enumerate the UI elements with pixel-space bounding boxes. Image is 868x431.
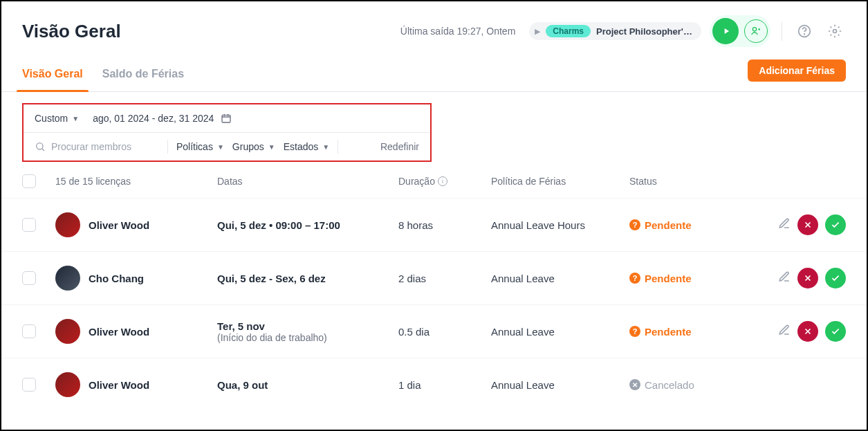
select-all-checkbox[interactable] — [22, 174, 36, 188]
status-pending-icon: ? — [629, 273, 640, 284]
status-pending-icon: ? — [629, 219, 640, 230]
avatar — [55, 266, 80, 291]
th-policy: Política de Férias — [491, 176, 629, 187]
last-exit-text: Última saída 19:27, Ontem — [400, 26, 516, 37]
charm-badge: Charms — [546, 25, 591, 37]
cell-policy: Annual Leave — [491, 326, 629, 338]
cell-duration: 2 dias — [398, 273, 491, 284]
row-checkbox[interactable] — [22, 271, 36, 285]
edit-button[interactable] — [778, 270, 791, 286]
th-duration: Duração — [398, 176, 435, 187]
divider — [167, 140, 168, 154]
states-label: Estados — [284, 141, 319, 152]
cell-dates: Ter, 5 nov(Início do dia de trabalho) — [217, 320, 398, 343]
reject-button[interactable] — [797, 214, 818, 235]
date-sub: (Início do dia de trabalho) — [217, 332, 398, 343]
policies-dropdown[interactable]: Políticas ▼ — [176, 141, 224, 152]
cell-status: ?Pendente — [629, 273, 740, 284]
status-text: Pendente — [645, 326, 692, 338]
cell-policy: Annual Leave — [491, 273, 629, 284]
period-dropdown[interactable]: Custom ▼ — [35, 113, 79, 124]
member-name: Oliver Wood — [89, 326, 149, 338]
avatar — [55, 212, 80, 237]
tab-balance[interactable]: Saldo de Férias — [102, 57, 184, 91]
page-title: Visão Geral — [22, 21, 121, 42]
approve-button[interactable] — [825, 214, 846, 235]
filter-panel: Custom ▼ ago, 01 2024 - dez, 31 2024 Pol… — [22, 103, 432, 162]
cell-status: ?Pendente — [629, 219, 740, 231]
reset-button[interactable]: Redefinir — [380, 141, 419, 152]
member-name: Oliver Wood — [89, 219, 149, 231]
groups-label: Grupos — [232, 141, 264, 152]
svg-point-5 — [37, 143, 43, 149]
table-row: Cho ChangQui, 5 dez - Sex, 6 dez2 diasAn… — [1, 251, 867, 304]
svg-rect-4 — [222, 115, 230, 122]
reject-button[interactable] — [797, 321, 818, 342]
play-button[interactable] — [712, 18, 739, 44]
chevron-down-icon: ▼ — [268, 143, 275, 151]
user-add-button[interactable] — [744, 19, 768, 43]
table-row: Oliver WoodTer, 5 nov(Início do dia de t… — [1, 304, 867, 358]
groups-dropdown[interactable]: Grupos ▼ — [232, 141, 275, 152]
cell-duration: 0.5 dia — [398, 326, 491, 338]
reject-button[interactable] — [797, 268, 818, 288]
edit-button[interactable] — [778, 217, 791, 232]
svg-point-2 — [804, 34, 805, 35]
project-name: Project Philosopher's St... — [596, 26, 693, 37]
date-range-text: ago, 01 2024 - dez, 31 2024 — [93, 113, 214, 124]
date-range-picker[interactable]: ago, 01 2024 - dez, 31 2024 — [93, 113, 232, 124]
help-button[interactable] — [793, 20, 815, 42]
count-label: 15 de 15 licenças — [55, 176, 131, 187]
states-dropdown[interactable]: Estados ▼ — [284, 141, 330, 152]
cell-duration: 8 horas — [398, 219, 491, 231]
status-pending-icon: ? — [629, 326, 640, 337]
chevron-down-icon: ▼ — [72, 115, 79, 122]
status-text: Cancelado — [645, 379, 694, 391]
status-text: Pendente — [645, 273, 692, 284]
cell-dates: Qua, 9 out — [217, 379, 398, 391]
edit-button[interactable] — [778, 324, 791, 339]
policies-label: Políticas — [176, 141, 213, 152]
th-dates: Datas — [217, 176, 398, 187]
status-cancelled-icon: ✕ — [629, 379, 640, 390]
avatar — [55, 319, 80, 344]
cell-dates: Qui, 5 dez • 09:00 – 17:00 — [217, 219, 398, 231]
chevron-down-icon: ▼ — [217, 143, 224, 151]
svg-point-0 — [752, 28, 756, 31]
divider — [338, 140, 338, 154]
cell-status: ?Pendente — [629, 326, 740, 338]
tab-overview[interactable]: Visão Geral — [22, 57, 83, 91]
status-text: Pendente — [645, 219, 692, 231]
row-checkbox[interactable] — [22, 378, 36, 392]
member-name: Cho Chang — [89, 273, 144, 284]
member-name: Oliver Wood — [89, 379, 149, 391]
calendar-icon — [221, 113, 232, 124]
avatar — [55, 372, 80, 397]
cell-status: ✕Cancelado — [629, 379, 740, 391]
project-pill[interactable]: ▶ Charms Project Philosopher's St... — [529, 22, 701, 40]
info-icon[interactable]: i — [438, 176, 447, 186]
th-status: Status — [629, 176, 740, 187]
search-icon — [35, 141, 46, 152]
approve-button[interactable] — [825, 268, 846, 288]
row-checkbox[interactable] — [22, 324, 36, 338]
table-row: Oliver WoodQua, 9 out1 diaAnnual Leave✕C… — [1, 358, 867, 411]
row-checkbox[interactable] — [22, 218, 36, 232]
settings-button[interactable] — [824, 20, 846, 42]
approve-button[interactable] — [825, 321, 846, 342]
cell-duration: 1 dia — [398, 379, 491, 391]
cell-policy: Annual Leave Hours — [491, 219, 629, 231]
table-row: Oliver WoodQui, 5 dez • 09:00 – 17:008 h… — [1, 198, 867, 251]
period-label: Custom — [35, 113, 68, 124]
add-leave-button[interactable]: Adicionar Férias — [748, 59, 846, 82]
cell-policy: Annual Leave — [491, 379, 629, 391]
search-input[interactable] — [51, 141, 148, 152]
chevron-down-icon: ▼ — [322, 143, 329, 151]
divider — [782, 21, 782, 41]
cell-dates: Qui, 5 dez - Sex, 6 dez — [217, 273, 398, 284]
svg-point-3 — [833, 30, 837, 33]
play-small-icon: ▶ — [535, 27, 540, 36]
